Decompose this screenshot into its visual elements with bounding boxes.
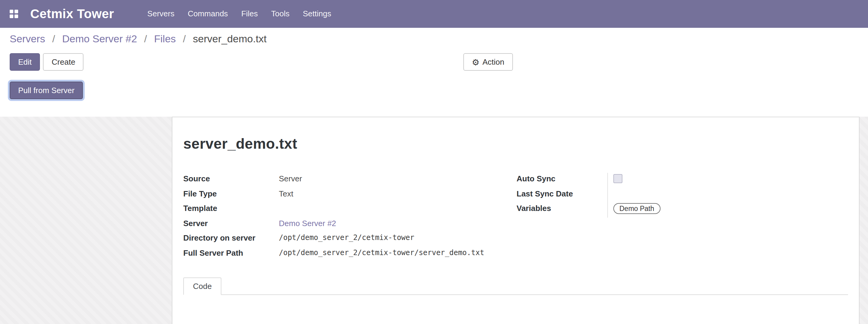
form-sheet: server_demo.txt Source Server File Type … bbox=[172, 117, 860, 324]
content-area: server_demo.txt Source Server File Type … bbox=[0, 117, 868, 324]
pull-from-server-button[interactable]: Pull from Server bbox=[10, 82, 83, 99]
gear-icon: ⚙ bbox=[472, 58, 479, 66]
field-value: /opt/demo_server_2/cetmix-tower/server_d… bbox=[279, 247, 484, 258]
field-group-right: Auto Sync Last Sync Date Variables Demo … bbox=[517, 173, 848, 262]
control-panel: Servers / Demo Server #2 / Files / serve… bbox=[0, 28, 868, 108]
field-server: Server Demo Server #2 bbox=[183, 217, 517, 232]
tab-content-code bbox=[183, 295, 848, 324]
field-value: Text bbox=[279, 188, 293, 199]
action-menu-label: Action bbox=[483, 57, 504, 67]
action-menu-button[interactable]: ⚙ Action bbox=[463, 53, 513, 71]
breadcrumb-files[interactable]: Files bbox=[154, 33, 176, 45]
field-auto-sync: Auto Sync bbox=[517, 173, 848, 188]
field-file-type: File Type Text bbox=[183, 188, 517, 202]
field-full-path: Full Server Path /opt/demo_server_2/cetm… bbox=[183, 247, 517, 262]
field-value: Server bbox=[279, 173, 302, 184]
field-template: Template bbox=[183, 202, 517, 217]
field-label: Auto Sync bbox=[517, 173, 607, 184]
server-link[interactable]: Demo Server #2 bbox=[279, 219, 336, 228]
field-source: Source Server bbox=[183, 173, 517, 188]
main-menu: Servers Commands Files Tools Settings bbox=[141, 0, 338, 28]
create-button[interactable]: Create bbox=[43, 53, 84, 71]
breadcrumb-separator: / bbox=[144, 33, 147, 45]
nav-item-servers[interactable]: Servers bbox=[141, 0, 181, 28]
breadcrumb-current: server_demo.txt bbox=[193, 33, 267, 45]
field-label: Source bbox=[183, 173, 279, 184]
breadcrumb-separator: / bbox=[52, 33, 55, 45]
tab-bar: Code bbox=[183, 278, 848, 295]
nav-item-tools[interactable]: Tools bbox=[265, 0, 297, 28]
apps-menu-icon[interactable] bbox=[10, 10, 18, 18]
app-window: Cetmix Tower Servers Commands Files Tool… bbox=[0, 0, 868, 324]
field-value bbox=[607, 188, 686, 202]
toolbar: Edit Create ⚙ Action bbox=[10, 53, 858, 71]
field-value: /opt/demo_server_2/cetmix-tower bbox=[279, 232, 414, 244]
variable-tag: Demo Path bbox=[613, 203, 660, 214]
breadcrumb-demo-server[interactable]: Demo Server #2 bbox=[62, 33, 137, 45]
breadcrumb-separator: / bbox=[183, 33, 186, 45]
field-last-sync-date: Last Sync Date bbox=[517, 188, 848, 202]
auto-sync-checkbox[interactable] bbox=[613, 174, 622, 183]
object-buttons-row: Pull from Server bbox=[10, 79, 858, 108]
nav-item-files[interactable]: Files bbox=[235, 0, 265, 28]
apps-grid-icon bbox=[10, 10, 18, 18]
nav-item-settings[interactable]: Settings bbox=[296, 0, 338, 28]
field-label: Full Server Path bbox=[183, 247, 279, 258]
field-label: Variables bbox=[517, 202, 607, 214]
app-brand[interactable]: Cetmix Tower bbox=[30, 7, 114, 21]
field-label: Directory on server bbox=[183, 232, 279, 244]
field-variables: Variables Demo Path bbox=[517, 202, 848, 217]
field-label: Server bbox=[183, 217, 279, 229]
nav-item-commands[interactable]: Commands bbox=[181, 0, 235, 28]
field-label: Template bbox=[183, 202, 279, 214]
form-fields: Source Server File Type Text Template Se… bbox=[183, 173, 848, 262]
breadcrumb: Servers / Demo Server #2 / Files / serve… bbox=[10, 31, 858, 47]
breadcrumb-servers[interactable]: Servers bbox=[10, 33, 45, 45]
field-group-left: Source Server File Type Text Template Se… bbox=[183, 173, 517, 262]
field-directory: Directory on server /opt/demo_server_2/c… bbox=[183, 232, 517, 247]
notebook: Code bbox=[183, 278, 848, 324]
tab-code[interactable]: Code bbox=[183, 278, 221, 295]
record-title: server_demo.txt bbox=[183, 134, 848, 154]
field-label: File Type bbox=[183, 188, 279, 199]
edit-button[interactable]: Edit bbox=[10, 53, 40, 71]
top-navbar: Cetmix Tower Servers Commands Files Tool… bbox=[0, 0, 868, 28]
field-label: Last Sync Date bbox=[517, 188, 607, 199]
